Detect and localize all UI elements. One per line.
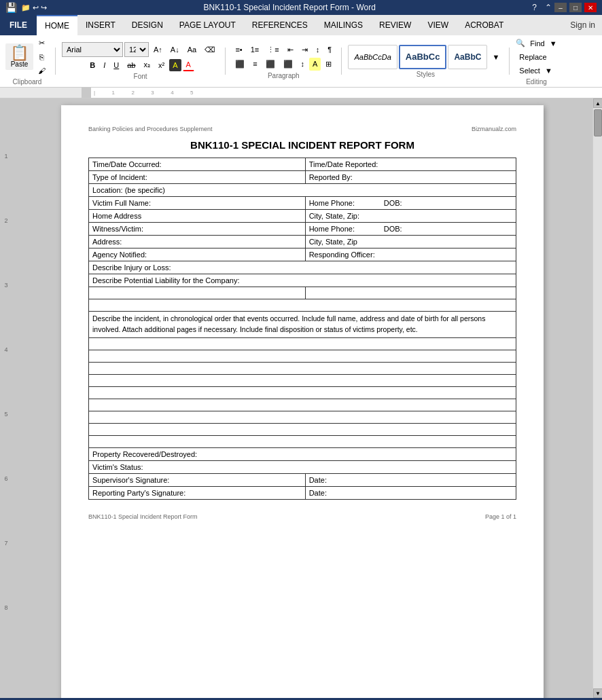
tab-references[interactable]: REFERENCES [244,15,316,35]
heading2-preview: AaBbC [454,52,481,62]
font-name-select[interactable]: Arial [62,42,123,57]
tab-review[interactable]: REVIEW [371,15,419,35]
format-painter-button[interactable]: 🖌 [35,65,49,77]
supervisor-sig-label: Supervisor's Signature: [89,473,306,486]
numbering-button[interactable]: 1≡ [247,43,263,56]
table-row: Home Address City, State, Zip: [89,210,516,223]
font-size-select[interactable]: 12 [124,42,149,57]
shading-button[interactable]: A [309,58,321,71]
describe-liability-label: Describe Potential Liability for the Com… [89,274,516,287]
sort-button[interactable]: ↕ [313,43,323,56]
margin-3: 3 [0,282,12,346]
paragraph-label: Paragraph [268,72,300,79]
align-left-button[interactable]: ⬛ [232,58,248,71]
sign-in-link[interactable]: Sign in [563,15,602,35]
table-row: Agency Notified: Responding Officer: [89,248,516,261]
table-row [89,350,516,362]
city-state-zip1-label: City, State, Zip: [305,210,516,223]
font-color-button[interactable]: A [183,58,194,71]
table-row [89,299,516,312]
cut-button[interactable]: ✂ [35,37,49,50]
tab-home[interactable]: HOME [37,15,77,35]
page[interactable]: Banking Policies and Procedures Suppleme… [61,105,544,698]
sep1 [55,48,56,75]
table-row [89,435,516,447]
margin-2: 2 [0,217,12,282]
scrollbar[interactable]: ▲ ▼ [592,98,602,698]
close-button[interactable]: ✕ [584,3,597,12]
table-row: Victim Full Name: Home Phone: DOB: [89,197,516,210]
style-emphasis[interactable]: AaBbCcDa [348,45,397,69]
ribbon-toolbar: 📋 Paste ✂ ⎘ 🖌 Clipboard Arial 12 A↑ A↓ [0,35,602,88]
title-bar: 💾 📁 ↩ ↪ BNK110-1 Special Incident Report… [0,0,602,15]
clear-format-button[interactable]: ⌫ [201,43,219,56]
align-right-button[interactable]: ⬛ [262,58,279,71]
page-footer: BNK110-1 Special Incident Report Form Pa… [88,513,516,520]
scroll-thumb[interactable] [594,109,602,136]
select-button[interactable]: Select [516,65,544,77]
home-phone1-label: Home Phone: DOB: [305,197,516,210]
tab-mailings[interactable]: MAILINGS [316,15,371,35]
help-btn[interactable]: ? [532,3,537,12]
tab-view[interactable]: VIEW [419,15,457,35]
style-heading2[interactable]: AaBbC [448,45,487,69]
grow-font-button[interactable]: A↑ [150,43,166,56]
tab-pagelayout[interactable]: PAGE LAYOUT [171,15,244,35]
empty-cell3 [89,299,516,312]
ruler: | 1 2 3 4 5 [0,88,602,98]
line-spacing-button[interactable]: ↕ [298,58,308,71]
header-left: Banking Policies and Procedures Suppleme… [88,126,213,132]
document-area[interactable]: Banking Policies and Procedures Suppleme… [12,98,592,698]
copy-button[interactable]: ⎘ [35,51,49,63]
ribbon-collapse-btn[interactable]: ⌃ [545,3,552,12]
justify-button[interactable]: ⬛ [280,58,296,71]
select-dropdown-icon[interactable]: ▼ [545,67,552,75]
file-tab[interactable]: FILE [0,15,37,35]
sep3 [341,48,342,75]
subscript-button[interactable]: x₂ [141,58,154,71]
align-center-button[interactable]: ≡ [249,58,260,71]
tab-insert[interactable]: INSERT [77,15,124,35]
replace-button[interactable]: Replace [516,51,550,63]
italic-button[interactable]: I [100,59,109,71]
tab-acrobat[interactable]: ACROBAT [457,15,512,35]
footer-right: Page 1 of 1 [485,513,516,520]
underline-button[interactable]: U [110,59,122,71]
sep4 [509,48,510,75]
show-formatting-button[interactable]: ¶ [324,43,335,56]
increase-indent-button[interactable]: ⇥ [298,43,311,56]
table-row: Type of Incident: Reported By: [89,171,516,184]
font-label: Font [134,73,147,80]
text-highlight-button[interactable]: A [169,59,181,71]
change-case-button[interactable]: Aa [184,43,200,56]
table-row: Witness/Victim: Home Phone: DOB: [89,223,516,236]
find-button[interactable]: Find [527,37,548,50]
borders-button[interactable]: ⊞ [322,58,335,71]
scroll-up-button[interactable]: ▲ [593,98,602,108]
strikethrough-button[interactable]: ab [124,59,139,71]
table-row [89,399,516,411]
decrease-indent-button[interactable]: ⇤ [284,43,297,56]
clipboard-group: 📋 Paste ✂ ⎘ 🖌 Clipboard [3,37,52,86]
paragraph-group: ≡• 1≡ ⋮≡ ⇤ ⇥ ↕ ¶ ⬛ ≡ ⬛ ⬛ ↕ A ⊞ Paragraph [229,43,338,79]
table-row: Reporting Party's Signature: Date: [89,486,516,499]
bullets-button[interactable]: ≡• [232,43,245,56]
bold-button[interactable]: B [86,59,99,71]
home-address-label: Home Address [89,210,306,223]
styles-more-button[interactable]: ▼ [489,51,503,63]
margin-7: 7 [0,540,12,604]
minimize-button[interactable]: – [554,3,567,12]
find-dropdown-icon[interactable]: ▼ [550,39,557,48]
editing-group: 🔍 Find ▼ Replace Select ▼ Editing [513,37,559,86]
shrink-font-button[interactable]: A↓ [167,43,183,56]
scroll-down-button[interactable]: ▼ [593,688,602,698]
maximize-button[interactable]: □ [569,3,582,12]
superscript-button[interactable]: x² [155,59,168,71]
describe-injury-label: Describe Injury or Loss: [89,261,516,274]
paste-button[interactable]: 📋 Paste [5,43,33,70]
date1-label: Date: [305,473,516,486]
tab-design[interactable]: DESIGN [124,15,171,35]
style-heading1[interactable]: AaBbCc [399,45,447,69]
multilevel-list-button[interactable]: ⋮≡ [264,43,282,56]
time-date-occurred-label: Time/Date Occurred: [89,158,306,171]
